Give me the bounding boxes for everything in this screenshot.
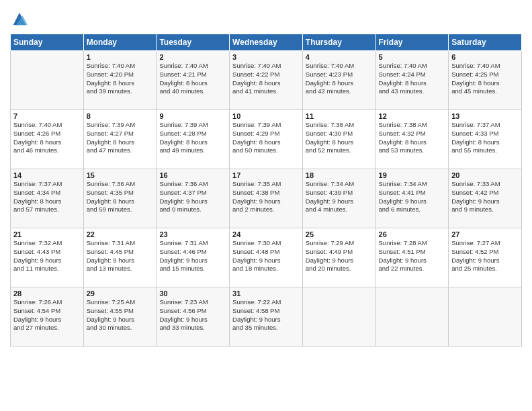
cell-content: Sunrise: 7:35 AM Sunset: 4:38 PM Dayligh…: [232, 180, 300, 214]
calendar-cell: 8Sunrise: 7:39 AM Sunset: 4:27 PM Daylig…: [83, 110, 157, 169]
calendar-cell: 17Sunrise: 7:35 AM Sunset: 4:38 PM Dayli…: [230, 169, 303, 228]
calendar-cell: 9Sunrise: 7:39 AM Sunset: 4:28 PM Daylig…: [157, 110, 230, 169]
calendar-cell: [302, 287, 375, 347]
day-number: 24: [232, 230, 300, 238]
cell-content: Sunrise: 7:39 AM Sunset: 4:27 PM Dayligh…: [87, 121, 154, 155]
day-number: 15: [87, 171, 154, 179]
cell-content: Sunrise: 7:29 AM Sunset: 4:49 PM Dayligh…: [306, 239, 373, 273]
day-number: 16: [159, 171, 226, 179]
cell-content: Sunrise: 7:38 AM Sunset: 4:30 PM Dayligh…: [306, 121, 373, 155]
day-number: 20: [451, 171, 519, 179]
calendar-cell: 30Sunrise: 7:23 AM Sunset: 4:56 PM Dayli…: [157, 287, 230, 347]
cell-content: Sunrise: 7:36 AM Sunset: 4:35 PM Dayligh…: [87, 180, 154, 214]
cell-content: Sunrise: 7:28 AM Sunset: 4:51 PM Dayligh…: [379, 239, 446, 273]
calendar-cell: [11, 51, 84, 110]
calendar-cell: [375, 287, 449, 347]
col-header-saturday: Saturday: [449, 34, 522, 51]
cell-content: Sunrise: 7:40 AM Sunset: 4:20 PM Dayligh…: [87, 62, 154, 96]
cell-content: Sunrise: 7:31 AM Sunset: 4:46 PM Dayligh…: [159, 239, 226, 273]
cell-content: Sunrise: 7:39 AM Sunset: 4:29 PM Dayligh…: [232, 121, 300, 155]
col-header-friday: Friday: [375, 34, 449, 51]
cell-content: Sunrise: 7:31 AM Sunset: 4:45 PM Dayligh…: [87, 239, 154, 273]
col-header-wednesday: Wednesday: [230, 34, 303, 51]
cell-content: Sunrise: 7:27 AM Sunset: 4:52 PM Dayligh…: [451, 239, 519, 273]
header-row: SundayMondayTuesdayWednesdayThursdayFrid…: [11, 34, 522, 51]
day-number: 14: [13, 171, 81, 179]
calendar-cell: 18Sunrise: 7:34 AM Sunset: 4:39 PM Dayli…: [302, 169, 375, 228]
calendar-cell: 11Sunrise: 7:38 AM Sunset: 4:30 PM Dayli…: [302, 110, 375, 169]
day-number: 9: [159, 112, 226, 120]
calendar-cell: 25Sunrise: 7:29 AM Sunset: 4:49 PM Dayli…: [302, 228, 375, 287]
cell-content: Sunrise: 7:33 AM Sunset: 4:42 PM Dayligh…: [451, 180, 519, 214]
day-number: 30: [159, 289, 226, 298]
calendar-cell: 23Sunrise: 7:31 AM Sunset: 4:46 PM Dayli…: [157, 228, 230, 287]
week-row-4: 21Sunrise: 7:32 AM Sunset: 4:43 PM Dayli…: [11, 228, 522, 287]
day-number: 21: [13, 230, 81, 238]
week-row-3: 14Sunrise: 7:37 AM Sunset: 4:34 PM Dayli…: [11, 169, 522, 228]
week-row-5: 28Sunrise: 7:26 AM Sunset: 4:54 PM Dayli…: [11, 287, 522, 347]
logo-icon: [10, 9, 29, 28]
calendar-cell: 2Sunrise: 7:40 AM Sunset: 4:21 PM Daylig…: [157, 51, 230, 110]
calendar-cell: 29Sunrise: 7:25 AM Sunset: 4:55 PM Dayli…: [83, 287, 157, 347]
cell-content: Sunrise: 7:22 AM Sunset: 4:58 PM Dayligh…: [232, 298, 300, 332]
calendar-cell: 14Sunrise: 7:37 AM Sunset: 4:34 PM Dayli…: [11, 169, 84, 228]
day-number: 6: [451, 53, 519, 61]
day-number: 19: [379, 171, 446, 179]
day-number: 18: [306, 171, 373, 179]
cell-content: Sunrise: 7:37 AM Sunset: 4:34 PM Dayligh…: [13, 180, 81, 214]
day-number: 31: [232, 289, 300, 298]
day-number: 5: [379, 53, 446, 61]
cell-content: Sunrise: 7:34 AM Sunset: 4:39 PM Dayligh…: [306, 180, 373, 214]
cell-content: Sunrise: 7:38 AM Sunset: 4:32 PM Dayligh…: [379, 121, 446, 155]
cell-content: Sunrise: 7:36 AM Sunset: 4:37 PM Dayligh…: [159, 180, 226, 214]
calendar-cell: 15Sunrise: 7:36 AM Sunset: 4:35 PM Dayli…: [83, 169, 157, 228]
day-number: 12: [379, 112, 446, 120]
calendar-cell: 24Sunrise: 7:30 AM Sunset: 4:48 PM Dayli…: [230, 228, 303, 287]
day-number: 29: [87, 289, 154, 298]
col-header-sunday: Sunday: [11, 34, 84, 51]
day-number: 27: [451, 230, 519, 238]
header: [10, 7, 522, 28]
calendar-cell: 20Sunrise: 7:33 AM Sunset: 4:42 PM Dayli…: [449, 169, 522, 228]
cell-content: Sunrise: 7:26 AM Sunset: 4:54 PM Dayligh…: [13, 298, 81, 332]
logo: [10, 9, 30, 28]
calendar-cell: [449, 287, 522, 347]
day-number: 17: [232, 171, 300, 179]
day-number: 11: [306, 112, 373, 120]
week-row-1: 1Sunrise: 7:40 AM Sunset: 4:20 PM Daylig…: [11, 51, 522, 110]
cell-content: Sunrise: 7:40 AM Sunset: 4:25 PM Dayligh…: [451, 62, 519, 96]
week-row-2: 7Sunrise: 7:40 AM Sunset: 4:26 PM Daylig…: [11, 110, 522, 169]
calendar-cell: 21Sunrise: 7:32 AM Sunset: 4:43 PM Dayli…: [11, 228, 84, 287]
calendar-cell: 26Sunrise: 7:28 AM Sunset: 4:51 PM Dayli…: [375, 228, 449, 287]
cell-content: Sunrise: 7:40 AM Sunset: 4:24 PM Dayligh…: [379, 62, 446, 96]
calendar-cell: 19Sunrise: 7:34 AM Sunset: 4:41 PM Dayli…: [375, 169, 449, 228]
cell-content: Sunrise: 7:37 AM Sunset: 4:33 PM Dayligh…: [451, 121, 519, 155]
col-header-tuesday: Tuesday: [157, 34, 230, 51]
calendar-cell: 6Sunrise: 7:40 AM Sunset: 4:25 PM Daylig…: [449, 51, 522, 110]
cell-content: Sunrise: 7:40 AM Sunset: 4:26 PM Dayligh…: [13, 121, 81, 155]
day-number: 4: [306, 53, 373, 61]
day-number: 3: [232, 53, 300, 61]
calendar-cell: 10Sunrise: 7:39 AM Sunset: 4:29 PM Dayli…: [230, 110, 303, 169]
calendar-cell: 16Sunrise: 7:36 AM Sunset: 4:37 PM Dayli…: [157, 169, 230, 228]
calendar-cell: 13Sunrise: 7:37 AM Sunset: 4:33 PM Dayli…: [449, 110, 522, 169]
calendar-cell: 4Sunrise: 7:40 AM Sunset: 4:23 PM Daylig…: [302, 51, 375, 110]
day-number: 28: [13, 289, 81, 298]
day-number: 2: [159, 53, 226, 61]
calendar-cell: 3Sunrise: 7:40 AM Sunset: 4:22 PM Daylig…: [230, 51, 303, 110]
day-number: 26: [379, 230, 446, 238]
calendar-cell: 28Sunrise: 7:26 AM Sunset: 4:54 PM Dayli…: [11, 287, 84, 347]
calendar-cell: 7Sunrise: 7:40 AM Sunset: 4:26 PM Daylig…: [11, 110, 84, 169]
cell-content: Sunrise: 7:32 AM Sunset: 4:43 PM Dayligh…: [13, 239, 81, 273]
cell-content: Sunrise: 7:23 AM Sunset: 4:56 PM Dayligh…: [159, 298, 226, 332]
day-number: 10: [232, 112, 300, 120]
day-number: 7: [13, 112, 81, 120]
calendar-cell: 5Sunrise: 7:40 AM Sunset: 4:24 PM Daylig…: [375, 51, 449, 110]
calendar-table: SundayMondayTuesdayWednesdayThursdayFrid…: [10, 34, 522, 347]
day-number: 25: [306, 230, 373, 238]
cell-content: Sunrise: 7:40 AM Sunset: 4:23 PM Dayligh…: [306, 62, 373, 96]
day-number: 22: [87, 230, 154, 238]
day-number: 13: [451, 112, 519, 120]
day-number: 23: [159, 230, 226, 238]
day-number: 8: [87, 112, 154, 120]
